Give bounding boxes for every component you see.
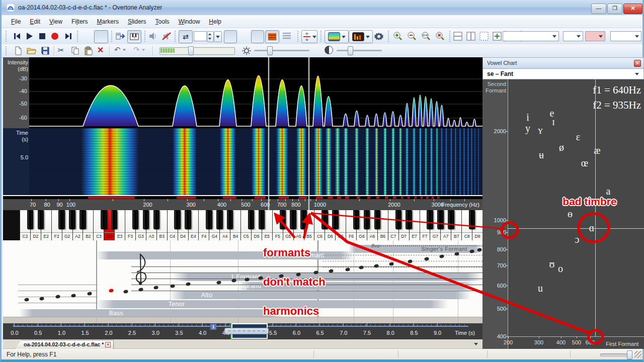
piano-key-Fs6[interactable] bbox=[353, 210, 360, 229]
piano-key-Cs3[interactable] bbox=[101, 210, 107, 229]
record-button[interactable] bbox=[50, 32, 59, 41]
save-button[interactable] bbox=[41, 46, 50, 55]
piano-key-Ds4[interactable] bbox=[185, 210, 191, 229]
brightness-slider[interactable] bbox=[254, 50, 309, 51]
menu-view[interactable]: View bbox=[45, 17, 67, 27]
menu-edit[interactable]: Edit bbox=[25, 17, 45, 27]
delete-button[interactable]: ✕ bbox=[97, 45, 104, 55]
loop-button[interactable]: ⇄ bbox=[179, 30, 193, 43]
transpose-dropdown[interactable] bbox=[214, 31, 222, 42]
spectrogram-plot[interactable] bbox=[29, 128, 482, 195]
piano-key-Cs7[interactable] bbox=[395, 210, 402, 229]
resize-grip[interactable] bbox=[634, 351, 641, 358]
undo-button[interactable]: ↶ bbox=[114, 45, 126, 54]
tab-list-dropdown-icon[interactable] bbox=[474, 343, 478, 345]
piano-key-Fs5[interactable] bbox=[280, 210, 286, 229]
piano-key-Cs4[interactable] bbox=[174, 210, 181, 229]
note-grid-button[interactable] bbox=[224, 30, 237, 43]
tab-close-icon[interactable]: ✕ bbox=[105, 342, 111, 347]
skip-start-button[interactable] bbox=[13, 32, 22, 41]
speaker-button[interactable] bbox=[148, 32, 158, 41]
horizontal-scrollbar[interactable] bbox=[3, 317, 482, 323]
contrast-slider[interactable] bbox=[337, 50, 382, 51]
menu-window[interactable]: Window bbox=[174, 17, 205, 27]
log-scale-button[interactable] bbox=[94, 30, 108, 43]
piano-key-Gs4[interactable] bbox=[216, 210, 223, 229]
stop-button[interactable] bbox=[38, 32, 47, 41]
selection-handle[interactable] bbox=[224, 328, 269, 334]
play-button[interactable] bbox=[25, 32, 34, 41]
paste-button[interactable] bbox=[84, 46, 93, 55]
copy-button[interactable] bbox=[71, 46, 80, 55]
brightness-slider-thumb[interactable] bbox=[267, 46, 273, 55]
piano-key-As6[interactable] bbox=[374, 210, 381, 229]
document-tab[interactable]: oa-2014.04.02-03-c-d-e-d-c.flac * ✕ bbox=[15, 340, 114, 349]
high-note-combo[interactable] bbox=[585, 31, 605, 41]
redo-button[interactable]: ↷ bbox=[133, 45, 145, 54]
piano-key-Gs2[interactable] bbox=[69, 210, 75, 229]
contrast-slider-thumb[interactable] bbox=[348, 46, 353, 55]
skip-end-button[interactable] bbox=[64, 32, 73, 41]
cut-button[interactable]: ✂ bbox=[58, 46, 64, 55]
playhead[interactable] bbox=[26, 323, 26, 339]
piano-key-Cs8[interactable] bbox=[469, 210, 475, 229]
linear-scale-button[interactable] bbox=[81, 30, 93, 42]
split-view-button[interactable] bbox=[301, 30, 317, 43]
piano-key-Gs5[interactable] bbox=[290, 210, 296, 229]
piano-key-Cs2[interactable] bbox=[27, 210, 34, 229]
piano-key-As5[interactable] bbox=[300, 210, 307, 229]
spectrum-view-button[interactable] bbox=[349, 30, 373, 43]
piano-key-Ds7[interactable] bbox=[406, 210, 412, 229]
open-file-button[interactable] bbox=[27, 46, 37, 55]
base-frequency-combo[interactable] bbox=[610, 31, 641, 41]
menu-tools[interactable]: Tools bbox=[151, 17, 174, 27]
spectrogram-view-button[interactable] bbox=[325, 30, 349, 43]
piano-key-As2[interactable] bbox=[79, 210, 86, 229]
maximize-button[interactable]: ❐ bbox=[607, 4, 622, 14]
menu-help[interactable]: Help bbox=[204, 17, 226, 27]
piano-key-Gs7[interactable] bbox=[437, 210, 444, 229]
piano-key-Ds2[interactable] bbox=[38, 210, 44, 229]
piano-view-button[interactable] bbox=[127, 30, 141, 43]
sharp-notation-button[interactable] bbox=[251, 30, 264, 43]
spinner-arrows[interactable] bbox=[207, 31, 214, 42]
panel-close-icon[interactable]: ✕ bbox=[634, 60, 641, 67]
zoom-in-button[interactable] bbox=[393, 31, 403, 41]
maximize-pane-button[interactable] bbox=[479, 32, 489, 41]
export-audio-button[interactable] bbox=[115, 31, 125, 41]
settings-gear-icon[interactable] bbox=[374, 31, 384, 41]
menu-filters[interactable]: Filters bbox=[67, 17, 93, 27]
menu-sliders[interactable]: Sliders bbox=[123, 17, 151, 27]
piano-key-Fs3[interactable] bbox=[132, 210, 139, 229]
vowel-profile-combo[interactable]: se – Fant bbox=[482, 69, 644, 79]
menu-file[interactable]: File bbox=[7, 17, 25, 27]
spectrum-plot[interactable] bbox=[29, 57, 482, 128]
mute-button[interactable] bbox=[162, 32, 172, 41]
piano-key-Ds6[interactable] bbox=[332, 210, 339, 229]
piano-key-Fs7[interactable] bbox=[427, 210, 433, 229]
piano-key-Fs4[interactable] bbox=[206, 210, 212, 229]
low-note-combo[interactable] bbox=[563, 31, 583, 41]
timeline-ruler[interactable]: 0.00.51.01.52.02.53.03.54.04.55.05.56.06… bbox=[3, 323, 482, 339]
piano-key-Cs6[interactable] bbox=[321, 210, 328, 229]
piano-key-Ds3[interactable] bbox=[111, 210, 118, 229]
zoom-reset-button[interactable] bbox=[435, 31, 445, 41]
status-zoom-slider-thumb[interactable] bbox=[627, 350, 632, 359]
piano-key-Gs3[interactable] bbox=[143, 210, 149, 229]
hz-grid-button[interactable] bbox=[238, 30, 250, 42]
zoom-fit-width-button[interactable] bbox=[421, 31, 431, 41]
timeline-marker[interactable]: 1 bbox=[210, 324, 216, 330]
marker-rows-button[interactable] bbox=[265, 30, 279, 43]
split-vertical-button[interactable] bbox=[466, 32, 475, 41]
new-file-button[interactable] bbox=[14, 46, 23, 55]
piano-key-Fs2[interactable] bbox=[58, 210, 65, 229]
minimize-button[interactable]: — bbox=[591, 4, 606, 14]
line-rows-button[interactable] bbox=[280, 30, 293, 42]
piano-key-Ds5[interactable] bbox=[259, 210, 265, 229]
menu-markers[interactable]: Markers bbox=[93, 17, 123, 27]
transpose-spinner[interactable] bbox=[194, 31, 207, 41]
piano-key-Cs5[interactable] bbox=[248, 210, 255, 229]
zoom-out-button[interactable] bbox=[407, 31, 417, 41]
split-horizontal-button[interactable] bbox=[453, 32, 462, 41]
piano-key-As4[interactable] bbox=[227, 210, 233, 229]
